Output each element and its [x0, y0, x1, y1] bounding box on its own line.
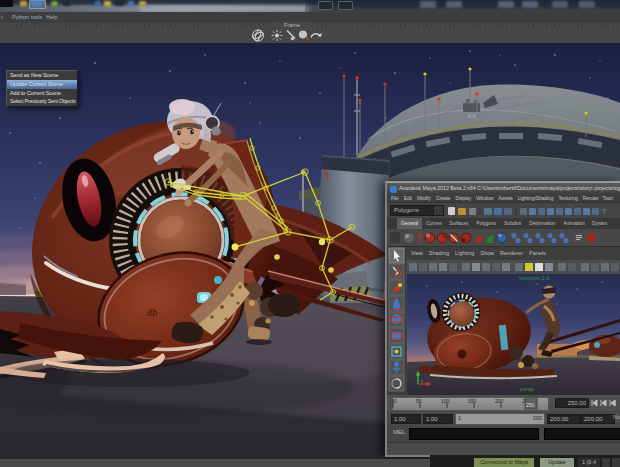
svg-text:200: 200 — [495, 398, 504, 404]
svg-text:100: 100 — [441, 398, 450, 404]
svg-text:persp: persp — [520, 386, 534, 392]
svg-text:0: 0 — [394, 398, 397, 404]
svg-text:?: ? — [416, 233, 422, 244]
svg-text:E-5: E-5 — [468, 113, 476, 119]
svg-text:150: 150 — [468, 398, 477, 404]
svg-text:50: 50 — [416, 398, 422, 404]
svg-text:250: 250 — [526, 402, 535, 408]
svg-text:y: y — [421, 378, 423, 383]
svg-text:?: ? — [602, 208, 606, 215]
svg-text:Viewport 2.0: Viewport 2.0 — [519, 275, 549, 281]
svg-text:db: db — [147, 306, 159, 318]
